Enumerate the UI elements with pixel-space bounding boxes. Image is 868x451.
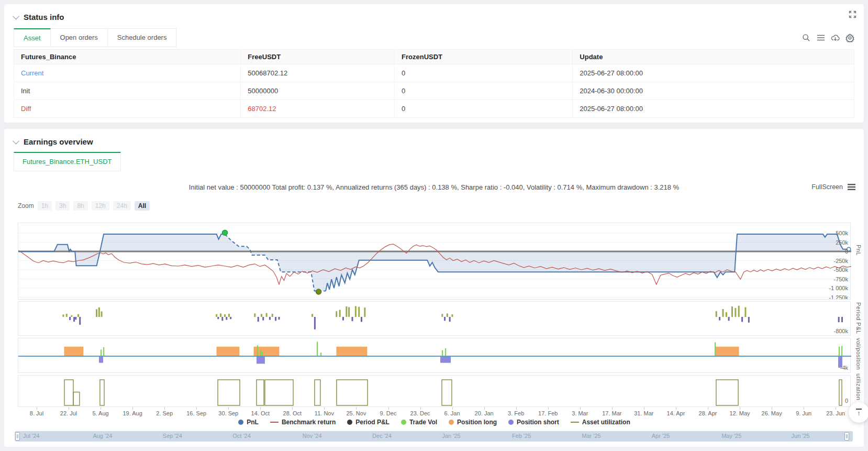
tab-open-orders[interactable]: Open orders	[51, 28, 108, 47]
position-long-bar	[337, 347, 367, 356]
period-pnl-bar	[66, 314, 68, 317]
utilization-panel[interactable]: 0	[18, 375, 851, 407]
x-tick	[132, 407, 133, 410]
menu-icon[interactable]	[816, 34, 825, 42]
period-pnl-bar	[101, 312, 103, 317]
axis-title-pnl: PnL	[855, 245, 862, 256]
zoom-label: Zoom	[18, 202, 34, 210]
col-frozenusdt: FrozenUSDT	[395, 50, 573, 64]
period-pnl-bar	[266, 313, 268, 317]
x-date-label: 25. Nov	[346, 410, 366, 416]
x-tick	[69, 407, 69, 410]
zoom-button-8h[interactable]: 8h	[73, 201, 87, 211]
navigator-month-label: Oct '24	[232, 433, 251, 439]
legend-item-position-short[interactable]: Position short	[508, 419, 559, 426]
legend-item-benchmark-return[interactable]: Benchmark return	[270, 419, 336, 426]
period-pnl-bar	[75, 317, 76, 320]
diff-update: 2025-06-27 08:00:00	[573, 100, 854, 118]
position-short-bar	[440, 356, 451, 363]
cloud-download-icon[interactable]	[831, 34, 840, 42]
x-tick	[644, 407, 644, 410]
chevron-down-icon[interactable]	[13, 137, 19, 144]
period-pnl-bar	[336, 311, 337, 317]
earnings-chart[interactable]: 500k250k0-250k-500k-750k-1 000k-1 250k-8…	[18, 213, 851, 443]
navigator-handle-left[interactable]	[15, 432, 20, 441]
x-tick	[484, 407, 485, 410]
pnl-marker	[222, 230, 228, 235]
x-date-label: 12. May	[729, 410, 750, 416]
trade-vol-bar	[257, 345, 258, 356]
period-pnl-bar	[728, 317, 730, 321]
navigator-scrollbar[interactable]: Jul '24Aug '24Sep '24Oct '24Nov '24Dec '…	[15, 431, 853, 442]
pnl-ytick: 250k	[836, 239, 848, 246]
legend-dot-icon	[508, 420, 514, 425]
legend-label: Position short	[517, 419, 559, 426]
x-tick	[37, 407, 37, 410]
pnl-panel[interactable]: 500k250k0-250k-500k-750k-1 000k-1 250k	[18, 223, 851, 300]
search-icon[interactable]	[802, 34, 810, 42]
tab-asset[interactable]: Asset	[14, 28, 51, 47]
period-pnl-bar	[254, 313, 255, 317]
current-free: 50068702.12	[241, 64, 395, 82]
x-date-label: 20. Jan	[475, 410, 494, 416]
x-date-label: 3. Feb	[508, 410, 524, 416]
trade-vol-bar	[101, 349, 102, 356]
zoom-button-all[interactable]: All	[135, 201, 150, 211]
period-pnl-bar	[217, 317, 219, 319]
vol-position-panel[interactable]: -4k	[18, 338, 851, 373]
legend-item-position-long[interactable]: Position long	[449, 419, 497, 426]
status-info-card: Status info Asset Open orders Schedule o…	[4, 4, 864, 123]
legend-item-period-p-l[interactable]: Period P&L	[347, 419, 390, 426]
tab-schedule-orders[interactable]: Schedule orders	[108, 28, 177, 47]
chart-context-menu-icon	[848, 184, 855, 190]
current-link[interactable]: Current	[14, 64, 241, 82]
chevron-down-icon[interactable]	[13, 13, 19, 19]
legend-item-asset-utilization[interactable]: Asset utilization	[571, 419, 630, 426]
back-to-top-button[interactable]: ↑	[849, 402, 868, 423]
legend-item-pnl[interactable]: PnL	[238, 419, 259, 426]
tab-futures-binance-eth-usdt[interactable]: Futures_Binance.ETH_USDT	[14, 152, 121, 171]
period-pnl-bar	[258, 317, 259, 322]
x-date-label: 9. Jun	[796, 410, 811, 416]
x-date-label: 28. Apr	[699, 410, 717, 416]
period-pnl-bar	[314, 317, 316, 329]
period-pnl-bar	[741, 317, 743, 322]
expand-icon[interactable]	[849, 10, 856, 20]
period-pnl-panel[interactable]: -800k	[18, 301, 851, 336]
utilization-pulse	[73, 392, 80, 405]
chart-legend: PnLBenchmark returnPeriod P&LTrade VolPo…	[18, 419, 851, 426]
period-pnl-bar	[841, 317, 843, 322]
utilization-pulse	[64, 380, 73, 405]
position-long-bar	[64, 347, 83, 356]
period-pnl-bar	[311, 314, 313, 317]
x-date-label: 16. Sep	[186, 410, 206, 416]
zoom-button-12h[interactable]: 12h	[92, 201, 109, 211]
navigator-month-label: Sep '24	[163, 433, 182, 439]
navigator-handle-right[interactable]	[844, 432, 849, 441]
legend-item-trade-vol[interactable]: Trade Vol	[401, 419, 437, 426]
zoom-button-24h[interactable]: 24h	[113, 201, 131, 211]
x-tick	[164, 407, 165, 410]
earnings-overview-title: Earnings overview	[24, 137, 93, 146]
x-date-label: 14. Oct	[251, 410, 270, 416]
legend-label: Period P&L	[355, 419, 390, 426]
zoom-button-1h[interactable]: 1h	[38, 201, 52, 211]
status-info-title: Status info	[24, 13, 64, 21]
x-tick	[676, 407, 676, 410]
period-pnl-bar	[62, 314, 64, 317]
x-tick	[708, 407, 708, 410]
navigator-month-label: Mar '25	[582, 433, 600, 439]
gear-icon[interactable]	[845, 34, 854, 42]
axis-title-period: Period P&L	[855, 302, 862, 334]
period-pnl-bar	[275, 317, 276, 321]
period-pnl-bar	[339, 310, 341, 317]
zoom-button-3h[interactable]: 3h	[55, 201, 70, 211]
legend-dot-icon	[347, 420, 352, 425]
x-tick	[260, 407, 261, 410]
fullscreen-button[interactable]: FullScreen	[811, 183, 855, 191]
period-pnl-bar	[228, 314, 230, 317]
pnl-ytick: -500k	[833, 267, 848, 273]
utilization-pulse	[315, 380, 320, 405]
period-pnl-bar	[348, 307, 350, 317]
trade-vol-bar	[262, 352, 263, 356]
